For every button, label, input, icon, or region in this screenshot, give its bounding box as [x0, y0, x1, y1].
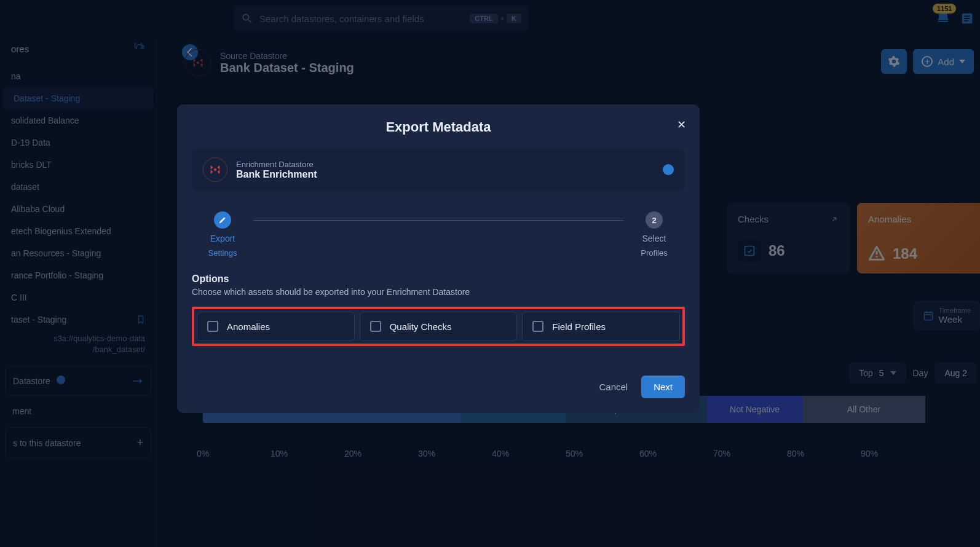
pencil-icon: [219, 216, 226, 224]
stepper: Export Settings 2 Select Profiles: [192, 211, 685, 258]
option-field-profiles[interactable]: Field Profiles: [522, 312, 680, 341]
enrichment-icon: [203, 157, 227, 182]
step-2-circle[interactable]: 2: [646, 211, 663, 229]
enrichment-datastore-card[interactable]: Enrichment Datastore Bank Enrichment: [192, 149, 685, 191]
option-anomalies[interactable]: Anomalies: [197, 312, 355, 341]
checkbox-icon: [370, 321, 381, 332]
step-1-circle[interactable]: [214, 211, 231, 229]
checkbox-icon: [532, 321, 543, 332]
close-button[interactable]: ✕: [677, 118, 686, 132]
info-icon[interactable]: [663, 164, 674, 175]
options-highlight: Anomalies Quality Checks Field Profiles: [192, 307, 685, 346]
options-description: Choose which assets should be exported i…: [192, 287, 685, 297]
checkbox-icon: [207, 321, 218, 332]
next-button[interactable]: Next: [641, 376, 685, 398]
option-quality-checks[interactable]: Quality Checks: [360, 312, 518, 341]
modal-title: Export Metadata: [192, 119, 685, 135]
step-connector: [253, 220, 623, 221]
cancel-button[interactable]: Cancel: [594, 376, 633, 398]
export-metadata-modal: ✕ Export Metadata Enrichment Datastore B…: [177, 104, 700, 413]
options-title: Options: [192, 274, 685, 285]
